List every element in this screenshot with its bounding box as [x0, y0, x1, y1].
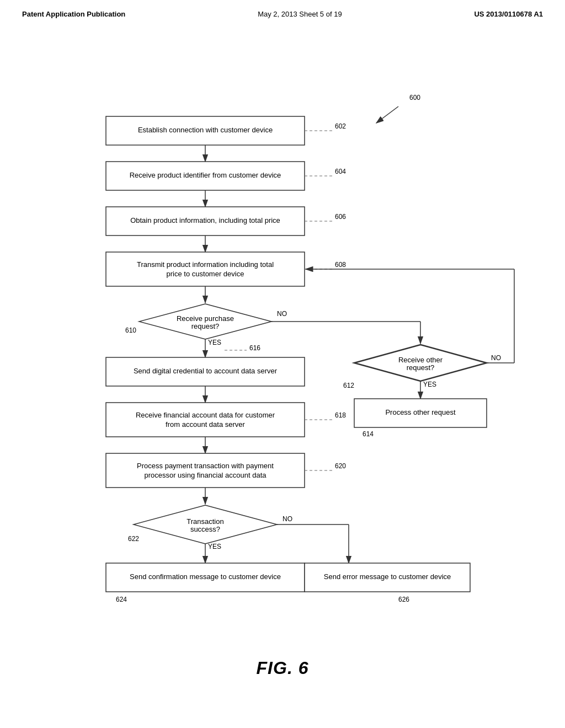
- page-header: Patent Application Publication May 2, 20…: [0, 0, 565, 24]
- ref-612: 612: [343, 382, 354, 389]
- box-618-text-2: from account data server: [166, 420, 245, 429]
- label-610-yes: YES: [208, 339, 221, 346]
- header-left: Patent Application Publication: [22, 10, 125, 18]
- diamond-622-text-2: success?: [190, 525, 220, 533]
- header-right: US 2013/0110678 A1: [474, 10, 543, 18]
- box-602-text: Establish connection with customer devic…: [138, 126, 273, 134]
- box-606-text: Obtain product information, including to…: [130, 216, 280, 224]
- label-612-no: NO: [491, 354, 501, 362]
- ref-600: 600: [409, 94, 420, 101]
- ref-600-arrow: [376, 106, 398, 123]
- ref-622: 622: [128, 535, 139, 543]
- ref-610: 610: [125, 326, 136, 334]
- diamond-622-text-1: Transaction: [186, 517, 223, 526]
- box-620-text-1: Process payment transaction with payment: [137, 462, 274, 470]
- label-612-yes: YES: [423, 381, 436, 388]
- diamond-612-text-1: Receive other: [398, 356, 443, 364]
- box-618-text-1: Receive financial account data for custo…: [136, 411, 275, 419]
- label-622-no: NO: [282, 515, 292, 523]
- ref-602: 602: [335, 122, 346, 130]
- fig-label: FIG. 6: [0, 658, 565, 678]
- box-620: [106, 453, 305, 488]
- flowchart-svg: 600 Establish connection with customer d…: [34, 35, 531, 641]
- box-626-text: Send error message to customer device: [324, 572, 451, 581]
- ref-624: 624: [116, 596, 127, 603]
- box-614-text: Process other request: [385, 408, 456, 416]
- ref-608: 608: [335, 261, 346, 269]
- ref-614: 614: [363, 430, 374, 438]
- ref-618: 618: [335, 411, 346, 419]
- label-622-yes: YES: [208, 543, 221, 550]
- box-608: [106, 252, 305, 286]
- box-616-text: Send digital credential to account data …: [134, 367, 278, 375]
- header-center: May 2, 2013 Sheet 5 of 19: [258, 10, 342, 18]
- ref-606: 606: [335, 213, 346, 221]
- box-618: [106, 403, 305, 437]
- ref-626: 626: [398, 596, 409, 603]
- ref-604: 604: [335, 168, 346, 175]
- ref-616: 616: [249, 344, 260, 352]
- ref-620: 620: [335, 462, 346, 470]
- box-624-text: Send confirmation message to customer de…: [130, 572, 281, 581]
- diamond-612-text-2: request?: [407, 363, 435, 372]
- box-604-text: Receive product identifier from customer…: [130, 171, 281, 179]
- box-608-text-2: price to customer device: [167, 270, 244, 278]
- diagram-area: 600 Establish connection with customer d…: [0, 24, 565, 652]
- diamond-610-text-2: request?: [191, 322, 220, 330]
- label-610-no: NO: [277, 310, 287, 318]
- diamond-610-text-1: Receive purchase: [177, 314, 234, 323]
- box-608-text-1: Transmit product information including t…: [137, 260, 274, 269]
- box-620-text-2: processor using financial account data: [144, 471, 266, 479]
